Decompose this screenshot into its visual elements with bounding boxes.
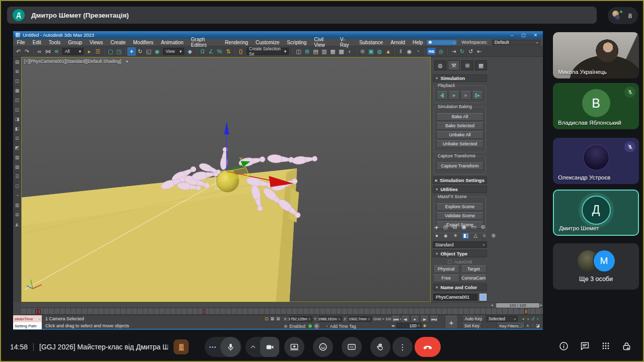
left-dock-icon-6[interactable]: ◱ — [15, 108, 20, 112]
meeting-details-button[interactable] — [558, 341, 569, 353]
menu-item[interactable]: Rendering — [221, 40, 252, 45]
reactions-button[interactable] — [313, 337, 333, 357]
spinner-snap-icon[interactable]: ⇅ ▾ — [224, 47, 232, 56]
cameras-category-icon[interactable]: ◧ — [462, 233, 469, 239]
select-and-place-icon[interactable]: ◉ ▾ — [153, 47, 162, 56]
spinner-icon[interactable]: ⇅ — [308, 317, 311, 321]
mic-icon[interactable] — [220, 337, 240, 357]
world-parameters-tab[interactable]: ◍ — [434, 60, 446, 70]
redo-icon[interactable]: ↷ ▾ — [23, 47, 31, 56]
select-by-name-icon[interactable]: ☰ ▾ — [94, 47, 102, 56]
play-animation-button[interactable]: ▶ — [411, 316, 419, 322]
more-options-button[interactable]: ⋮ — [392, 337, 413, 357]
snap-toggle-3d-icon[interactable]: Ω ▾ — [198, 47, 207, 56]
participant-tile[interactable]: Микола Українець — [553, 32, 639, 78]
undo-icon[interactable]: ↶ ▾ — [14, 47, 23, 56]
participant-tile-active-speaker[interactable]: Д Дмитро Шемет — [553, 190, 639, 236]
select-and-rotate-icon[interactable]: ↻ ▾ — [136, 47, 144, 56]
play-without-reset-button[interactable]: ▶ — [460, 91, 471, 100]
left-dock-icon-18[interactable]: ◭ — [16, 222, 19, 227]
frame-step-icon[interactable]: ◂▸ — [391, 324, 395, 328]
menu-item[interactable]: Graph Editors — [187, 37, 221, 48]
render-setup-icon[interactable]: ⊛ ▾ — [358, 47, 367, 56]
angle-snap-icon[interactable]: ∠ ▾ — [207, 47, 215, 56]
captions-button[interactable]: CC — [342, 337, 362, 357]
go-to-end-button[interactable]: ▶▶▮ — [430, 316, 438, 322]
spinner-icon[interactable]: ⇅ — [368, 317, 370, 321]
maximize-button[interactable]: ▢ — [521, 33, 526, 38]
motion-tab[interactable]: ◉ — [462, 224, 467, 230]
add-time-tag[interactable]: Add Time Tag — [330, 324, 356, 329]
close-button[interactable]: ✕ — [533, 33, 537, 38]
bake-button[interactable]: Unbake All — [436, 131, 484, 139]
schematic-view-icon[interactable]: ▩ ▾ — [337, 47, 346, 56]
mini-curve-editor-icon[interactable]: ⇥ — [521, 317, 525, 321]
left-dock-icon-3[interactable]: ◫ — [15, 79, 20, 83]
camera-type-dropdown[interactable]: Standard ▾ — [433, 241, 487, 248]
left-dock-icon-14[interactable]: ◻ — [15, 184, 19, 189]
menu-item[interactable]: Create — [107, 40, 129, 45]
select-and-move-icon[interactable]: + ▾ — [127, 47, 136, 56]
substance-reload-icon[interactable]: ↻ ▾ — [458, 47, 466, 56]
menu-item[interactable]: V-Ray — [336, 37, 355, 48]
bake-button[interactable]: Unbake Selected — [436, 140, 484, 148]
chat-button[interactable] — [580, 341, 590, 353]
present-screen-button[interactable] — [284, 337, 304, 357]
display-options-tab[interactable]: ▦ — [475, 60, 487, 70]
display-tab[interactable]: ▭ — [471, 224, 476, 230]
footsteps-icon[interactable]: ∴ — [531, 323, 534, 328]
gear-icon[interactable]: ⊛ — [284, 324, 287, 329]
arnold-refresh-icon[interactable]: ↺ ▾ — [466, 47, 475, 56]
scene-converter-icon[interactable]: ⇤ ▾ — [475, 47, 484, 56]
menu-item[interactable]: Customize — [252, 40, 283, 45]
modify-tab[interactable]: ◎ — [443, 224, 448, 230]
current-frame-field[interactable]: 100⇅ — [396, 323, 422, 328]
shapes-category-icon[interactable]: ◈ — [443, 233, 449, 239]
name-color-rollout-header[interactable]: ▼ Name and Color — [433, 284, 487, 291]
left-dock-icon-4[interactable]: ▦ — [15, 88, 20, 93]
menu-item[interactable]: Modifiers — [129, 40, 157, 45]
menu-item[interactable]: File — [13, 40, 29, 45]
next-frame-button[interactable]: ▮▶ — [420, 316, 429, 322]
curve-editor-icon[interactable]: ▦ ▾ — [329, 47, 337, 56]
camera-button[interactable] — [246, 337, 279, 357]
bake-button[interactable]: Bake All — [436, 113, 484, 121]
left-dock-icon-17[interactable]: ⊟ — [15, 213, 19, 217]
key-mode-dropdown[interactable]: Selected ▾ — [487, 316, 518, 322]
isolate-selection-icon[interactable]: ⊡ — [265, 316, 269, 321]
selection-lock-icon[interactable]: ⊠ — [271, 316, 275, 321]
key-icon[interactable]: ◆ — [423, 323, 426, 328]
window-crossing-toggle-icon[interactable]: ◳ ▾ — [115, 47, 123, 56]
raise-hand-button[interactable] — [370, 337, 390, 357]
export-scene-icon[interactable]: ⇥ ▾ — [449, 47, 458, 56]
maximize-viewport-icon[interactable]: ◪ — [536, 323, 540, 328]
align-icon[interactable]: ⊞ ▾ — [303, 47, 311, 56]
rb-render-badge[interactable]: RB ▾ — [427, 48, 436, 55]
bind-to-spacewarp-icon[interactable]: ≋ ▾ — [52, 47, 61, 56]
participants-count-button[interactable]: 8 — [608, 7, 638, 24]
systems-category-icon[interactable]: ⊛ — [490, 233, 496, 239]
activities-grid-button[interactable] — [601, 341, 611, 353]
camera-icon[interactable] — [260, 337, 279, 357]
menu-item[interactable]: Help — [409, 40, 427, 45]
keyboard-override-icon[interactable]: {} ▾ — [236, 47, 245, 56]
percent-snap-icon[interactable]: % ▾ — [215, 47, 224, 56]
simulation-settings-rollout-header[interactable]: ▶ Simulation Settings — [433, 176, 487, 184]
object-type-button[interactable]: Physical — [433, 265, 459, 273]
end-call-button[interactable] — [415, 337, 441, 357]
sound-options-icon[interactable]: ≈ — [537, 317, 539, 321]
keyframe-marker[interactable] — [203, 309, 205, 314]
play-selected-icon[interactable]: ▷ — [521, 323, 524, 328]
capture-transform-button[interactable]: Capture Transform — [436, 162, 484, 170]
create-tab[interactable]: + — [434, 223, 439, 231]
viewport-layout-tabs-icon[interactable]: ▤ — [15, 60, 20, 64]
z-coordinate-field[interactable]: 1902,7mm⇅ — [349, 316, 372, 322]
auto-key-button[interactable]: Auto Key — [462, 316, 485, 322]
object-color-swatch[interactable] — [479, 294, 487, 301]
geometry-category-icon[interactable]: ● — [434, 233, 439, 239]
render-warning-icon[interactable]: ▲ ▾ — [384, 47, 392, 56]
bake-button[interactable]: Bake Selected — [436, 122, 484, 130]
prev-frame-button[interactable]: ◀▮ — [401, 316, 410, 322]
walkthrough-icon[interactable]: ⋏ — [526, 323, 529, 328]
rendered-frame-window-icon[interactable]: ▣ ▾ — [367, 47, 375, 56]
